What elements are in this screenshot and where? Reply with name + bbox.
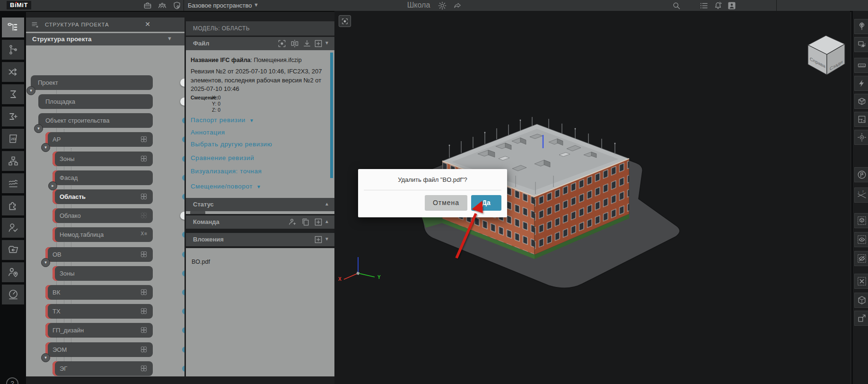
toolbar-item-hierarchy[interactable]	[2, 151, 24, 171]
notifications-bell-icon[interactable]	[713, 1, 723, 10]
toolbar-item-plugins[interactable]	[2, 196, 24, 215]
align-model-icon[interactable]	[290, 39, 299, 48]
toolbar-item-folder-export[interactable]	[2, 240, 24, 260]
hide-eye-icon[interactable]	[854, 251, 868, 266]
chevron-up-icon[interactable]: ▲	[324, 219, 329, 224]
tree-item[interactable]: Объект строительства	[38, 113, 153, 128]
flag-marker-icon[interactable]	[854, 167, 868, 182]
toolbar-item-charts[interactable]	[2, 173, 24, 193]
workspace-selector[interactable]: Базовое пространство	[188, 2, 252, 9]
status-section-header[interactable]: Статус ▲	[186, 198, 334, 211]
file-section-header[interactable]: Файл ▼	[186, 37, 334, 50]
tree-item[interactable]: АР	[45, 132, 153, 147]
file-link[interactable]: Визуализация: точная	[191, 168, 262, 175]
visibility-toggle[interactable]	[182, 327, 184, 333]
structure-view-selector[interactable]: Структура проекта ▼	[26, 33, 184, 45]
tree-item[interactable]: ГП_дизайн	[45, 323, 153, 338]
visibility-toggle[interactable]	[182, 232, 184, 238]
share-icon[interactable]	[453, 1, 462, 10]
tree-expander[interactable]: ▾	[34, 124, 43, 133]
visibility-toggle[interactable]	[182, 156, 184, 162]
tree-item[interactable]: Облако	[53, 208, 153, 223]
chevron-down-icon[interactable]: ▼	[324, 40, 329, 45]
toolbar-item-sum-add[interactable]	[2, 107, 24, 126]
settings-gear-icon[interactable]	[438, 1, 447, 10]
cube-3d-icon[interactable]	[854, 293, 868, 308]
shield-check-icon[interactable]	[172, 1, 182, 10]
search-icon[interactable]	[672, 1, 681, 10]
lightning-icon[interactable]	[854, 76, 868, 91]
section-cut-12-icon[interactable]: 12	[854, 188, 868, 203]
select-object-icon[interactable]	[854, 37, 868, 52]
toolbar-item-2d-view[interactable]: 2D	[2, 129, 24, 149]
selection-cube-icon[interactable]	[854, 213, 868, 228]
visibility-toggle[interactable]	[182, 308, 184, 314]
confirm-button[interactable]: Да	[471, 195, 501, 211]
isolate-export-icon[interactable]	[854, 311, 868, 326]
team-section-header[interactable]: Команда ▲	[186, 215, 334, 229]
tree-expander[interactable]: ▾	[26, 86, 35, 95]
focus-camera-button[interactable]	[339, 15, 351, 27]
file-link[interactable]: Смещение/поворот▼	[191, 183, 262, 190]
file-scrollbar[interactable]	[330, 53, 333, 178]
visibility-toggle[interactable]	[182, 80, 184, 86]
chevron-down-icon[interactable]: ▼	[254, 2, 259, 8]
account-icon[interactable]	[727, 1, 736, 10]
clear-selection-icon[interactable]	[854, 274, 868, 289]
panel-menu-icon[interactable]	[31, 20, 39, 29]
tree-item[interactable]: Фасад	[53, 170, 153, 185]
tree-item[interactable]: Площадка	[38, 94, 153, 109]
file-link[interactable]: Выбрать другую ревизию	[191, 141, 272, 148]
visibility-toggle[interactable]	[182, 289, 184, 295]
focus-model-icon[interactable]	[277, 39, 287, 48]
target-point-icon[interactable]	[854, 130, 868, 145]
tree-expander[interactable]: ▾	[41, 258, 50, 267]
toolbar-item-shuffle-links[interactable]	[2, 62, 24, 82]
tree-item[interactable]: ЭОМ	[45, 342, 153, 357]
tree-item[interactable]: Область	[53, 189, 153, 204]
tree-item[interactable]: Зоны	[53, 152, 153, 166]
visibility-toggle[interactable]	[182, 194, 184, 200]
tree-expander[interactable]: ▾	[41, 353, 50, 362]
team-icon[interactable]	[158, 1, 167, 10]
file-link[interactable]: Сравнение ревизий	[191, 154, 254, 161]
file-link[interactable]: Аннотация	[191, 129, 225, 136]
visibility-toggle[interactable]	[182, 366, 184, 372]
toolbar-item-project-structure[interactable]	[2, 18, 24, 37]
toolbar-item-gauge[interactable]	[2, 285, 24, 304]
help-button[interactable]: ?	[6, 377, 18, 384]
cancel-button[interactable]: Отмена	[425, 195, 467, 211]
ruler-measure-icon[interactable]	[854, 58, 868, 73]
visibility-toggle[interactable]	[182, 117, 184, 124]
file-link[interactable]: Паспорт ревизии▼	[191, 116, 254, 124]
add-box-icon[interactable]	[314, 39, 323, 48]
add-box-icon[interactable]	[314, 217, 323, 227]
tree-item[interactable]: ОВ	[45, 247, 153, 262]
tree-expander[interactable]: ▾	[41, 143, 50, 152]
floor-plan-icon[interactable]	[854, 112, 868, 127]
tree-item[interactable]: Немод.таблицаX≡	[53, 227, 153, 242]
visibility-toggle[interactable]	[182, 175, 184, 181]
view-cube[interactable]: Справа Сзади	[803, 30, 850, 75]
attachments-section-header[interactable]: Вложения ▼	[186, 233, 334, 246]
visibility-toggle[interactable]	[182, 270, 184, 277]
toolbar-item-versions-branch[interactable]	[2, 40, 24, 60]
chevron-up-icon[interactable]: ▲	[324, 201, 329, 206]
app-logo[interactable]: BiMiT	[7, 1, 31, 9]
tree-item[interactable]: Проект	[31, 75, 153, 90]
copy-icon[interactable]	[301, 217, 310, 227]
section-box-icon[interactable]	[854, 94, 868, 109]
toolbar-item-user-check[interactable]	[2, 218, 24, 238]
show-eye-icon[interactable]	[854, 232, 868, 247]
close-icon[interactable]: ✕	[143, 20, 152, 28]
visibility-toggle[interactable]	[182, 213, 184, 219]
add-box-icon[interactable]	[314, 235, 323, 244]
chevron-down-icon[interactable]: ▼	[324, 236, 329, 241]
download-icon[interactable]	[302, 39, 312, 48]
attachment-item[interactable]: BO.pdf	[192, 259, 210, 265]
tree-item[interactable]: ЭГ	[53, 361, 153, 376]
add-user-icon[interactable]	[288, 217, 297, 227]
visibility-toggle[interactable]	[182, 98, 184, 105]
toolbar-item-user-location[interactable]	[2, 262, 24, 282]
list-icon[interactable]	[699, 1, 709, 10]
